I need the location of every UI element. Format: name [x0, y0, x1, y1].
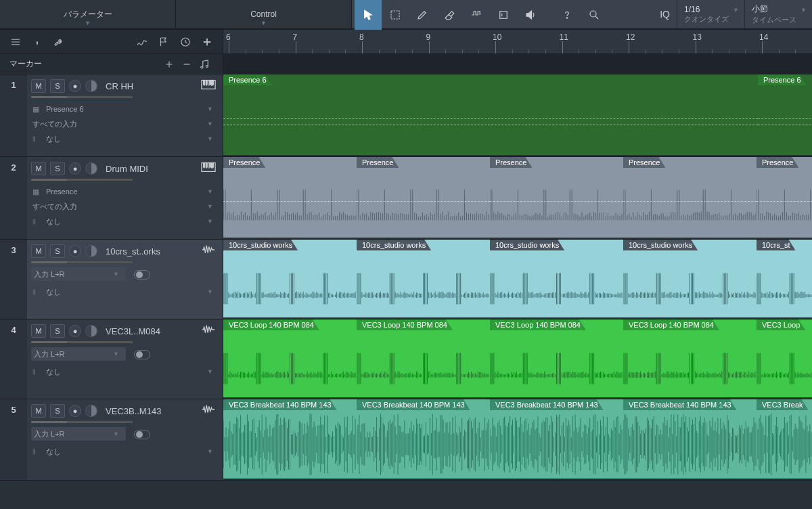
clip[interactable]: Presence — [490, 157, 623, 238]
record-button[interactable]: ● — [69, 245, 81, 257]
volume-meter[interactable] — [31, 341, 133, 343]
volume-meter[interactable] — [31, 261, 133, 263]
monitor-button[interactable] — [85, 405, 97, 417]
time-ruler[interactable]: 67891011121314 — [223, 30, 812, 53]
input-selector[interactable]: 入力 L+R ▼ — [31, 427, 126, 441]
clip[interactable]: VEC3 Loop 140 BPM 084 — [490, 319, 623, 397]
marker-add-icon[interactable] — [160, 56, 178, 73]
record-button[interactable]: ● — [69, 405, 81, 417]
record-button[interactable]: ● — [69, 325, 81, 337]
clip[interactable]: VEC3 Loop 140 BPM 084 — [357, 319, 490, 397]
clip[interactable]: VEC3 Breakbeat 140 BPM 143 — [490, 399, 623, 479]
timebase-value: 小節 — [752, 3, 805, 15]
volume-meter[interactable] — [31, 96, 133, 98]
marker-remove-icon[interactable] — [178, 56, 196, 73]
search-button[interactable] — [581, 0, 608, 30]
input-selector[interactable]: 入力 L+R ▼ — [31, 347, 126, 361]
help-button[interactable] — [554, 0, 581, 30]
clip[interactable]: Presence — [357, 157, 490, 238]
instrument-selector[interactable]: ▦ Presence ▼ — [31, 185, 217, 198]
timebase-selector[interactable]: 小節 タイムベース ▼ — [744, 0, 812, 28]
mute-button[interactable]: M — [31, 162, 46, 175]
input-selector[interactable]: 入力 L+R ▼ — [31, 267, 126, 281]
clock-icon[interactable] — [177, 33, 194, 51]
mute-button[interactable]: M — [31, 244, 46, 258]
clip[interactable]: Presence — [223, 157, 357, 238]
list-icon[interactable] — [7, 33, 24, 51]
volume-meter[interactable] — [31, 179, 133, 181]
output-selector[interactable]: ⦀ なし ▼ — [31, 285, 217, 298]
clip[interactable]: VEC3 Break — [757, 399, 812, 479]
add-icon[interactable] — [198, 33, 216, 51]
solo-button[interactable]: S — [50, 244, 65, 258]
marker-music-icon[interactable] — [196, 56, 213, 73]
info-icon[interactable] — [28, 33, 46, 51]
monitor-toggle[interactable] — [134, 430, 150, 439]
track-lane[interactable]: 10crs_studio works10crs_studio works10cr… — [223, 240, 812, 319]
record-button[interactable]: ● — [69, 162, 81, 175]
clip[interactable]: VEC3 Loop 140 BPM 084 — [223, 319, 357, 397]
solo-button[interactable]: S — [50, 162, 65, 175]
wrench-icon[interactable] — [50, 33, 68, 51]
clip[interactable]: Presence 6 — [758, 74, 812, 155]
mute-tool[interactable] — [490, 0, 517, 30]
volume-meter[interactable] — [31, 421, 133, 423]
track-header[interactable]: 5M S ● VEC3B..M143 入力 L+R ▼ ⦀ なし ▼ — [0, 399, 223, 480]
track-header[interactable]: 2M S ● Drum MIDI ▦ Presence ▼ すべての入力 ▼ ⦀… — [0, 157, 223, 239]
erase-tool[interactable] — [436, 0, 463, 30]
arrow-tool[interactable] — [355, 0, 382, 30]
input-selector[interactable]: すべての入力 ▼ — [31, 200, 217, 213]
clip[interactable]: 10crs_studio works — [357, 240, 490, 317]
input-selector[interactable]: すべての入力 ▼ — [31, 117, 217, 131]
clip[interactable]: VEC3 Loop — [757, 319, 812, 397]
monitor-button[interactable] — [85, 245, 97, 257]
output-selector[interactable]: ⦀ なし ▼ — [31, 445, 217, 458]
monitor-button[interactable] — [85, 325, 97, 337]
track-header[interactable]: 4M S ● VEC3L..M084 入力 L+R ▼ ⦀ なし ▼ — [0, 319, 223, 399]
clip[interactable]: Presence 6 — [223, 74, 758, 155]
quantize-selector[interactable]: 1/16 クオンタイズ ▼ — [677, 0, 744, 28]
clip[interactable]: VEC3 Breakbeat 140 BPM 143 — [357, 399, 490, 479]
track-lane[interactable]: VEC3 Breakbeat 140 BPM 143VEC3 Breakbeat… — [223, 399, 812, 480]
output-selector[interactable]: ⦀ なし ▼ — [31, 132, 217, 146]
clip[interactable]: 10crs_studio works — [223, 240, 357, 317]
record-button[interactable]: ● — [69, 80, 81, 92]
output-selector[interactable]: ⦀ なし ▼ — [31, 215, 217, 228]
mute-button[interactable]: M — [31, 79, 46, 93]
track-header[interactable]: 1M S ● CR HH ▦ Presence 6 ▼ すべての入力 ▼ ⦀ な… — [0, 74, 223, 156]
draw-tool[interactable] — [409, 0, 436, 30]
track-lane[interactable]: PresencePresencePresencePresencePresence — [223, 157, 812, 239]
flag-icon[interactable] — [155, 33, 173, 51]
parameter-tab[interactable]: パラメーター ▼ — [0, 0, 176, 28]
track-lane[interactable]: VEC3 Loop 140 BPM 084VEC3 Loop 140 BPM 0… — [223, 319, 812, 399]
paint-tool[interactable] — [463, 0, 490, 30]
iq-button[interactable]: IQ — [653, 0, 677, 28]
automation-icon[interactable] — [133, 33, 151, 51]
clip[interactable]: 10crs_studio works — [490, 240, 623, 317]
listen-tool[interactable] — [517, 0, 544, 30]
instrument-selector[interactable]: ▦ Presence 6 ▼ — [31, 102, 217, 116]
monitor-toggle[interactable] — [134, 350, 150, 359]
track-lane[interactable]: Presence 6Presence 6 — [223, 74, 812, 156]
monitor-button[interactable] — [85, 162, 97, 175]
solo-button[interactable]: S — [50, 324, 65, 338]
monitor-button[interactable] — [85, 80, 97, 92]
clip[interactable]: VEC3 Loop 140 BPM 084 — [623, 319, 757, 397]
clip[interactable]: Presence — [623, 157, 757, 238]
clip-label: 10crs_studio works — [623, 240, 698, 250]
output-selector[interactable]: ⦀ なし ▼ — [31, 365, 217, 378]
clip[interactable]: Presence — [757, 157, 812, 238]
solo-button[interactable]: S — [50, 404, 65, 418]
clip[interactable]: VEC3 Breakbeat 140 BPM 143 — [223, 399, 357, 479]
clip[interactable]: 10crs_studio works — [623, 240, 757, 317]
monitor-toggle[interactable] — [134, 270, 150, 280]
top-toolbar: パラメーター ▼ Control ▼ — [0, 0, 812, 30]
solo-button[interactable]: S — [50, 79, 65, 93]
clip[interactable]: 10crs_st — [757, 240, 812, 317]
range-tool[interactable] — [382, 0, 409, 30]
mute-button[interactable]: M — [31, 324, 46, 338]
clip[interactable]: VEC3 Breakbeat 140 BPM 143 — [623, 399, 757, 479]
control-tab[interactable]: Control ▼ — [176, 0, 352, 28]
mute-button[interactable]: M — [31, 404, 46, 418]
track-header[interactable]: 3M S ● 10crs_st..orks 入力 L+R ▼ ⦀ なし ▼ — [0, 240, 223, 319]
